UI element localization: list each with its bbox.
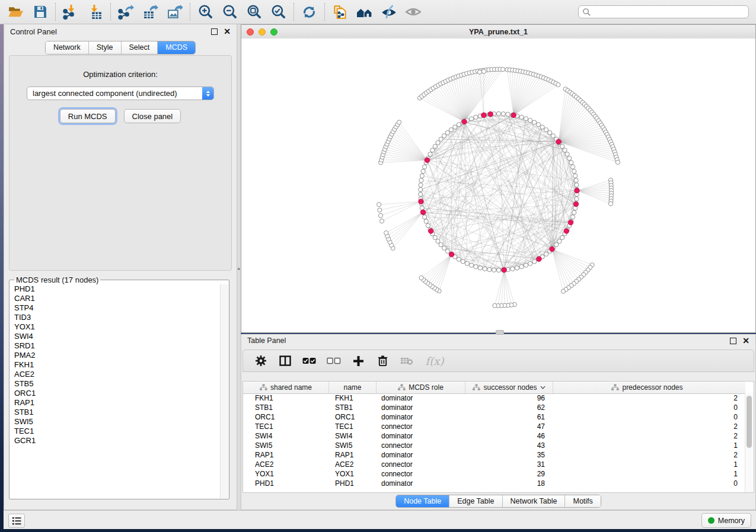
result-node-item[interactable]: PHD1 [10, 284, 221, 294]
close-panel-icon[interactable]: ✕ [224, 28, 231, 35]
network-node[interactable] [474, 115, 478, 119]
network-node[interactable] [453, 125, 457, 129]
network-node[interactable] [436, 140, 440, 145]
search-box[interactable] [578, 5, 749, 18]
deselect-all-columns-button[interactable] [327, 354, 341, 368]
network-graph[interactable] [241, 39, 755, 331]
column-header-MCDS-role[interactable]: MCDS role [377, 382, 465, 393]
table-row[interactable]: YOX1YOX1connector291 [243, 469, 745, 479]
result-node-item[interactable]: STB1 [10, 408, 221, 417]
network-hub-node[interactable] [537, 257, 541, 261]
function-builder-button[interactable]: f(x) [424, 354, 445, 368]
result-scrollbar[interactable] [220, 284, 228, 498]
mcds-result-list[interactable]: PHD1CAR1STP4TID3YOX1SWI4SRD1PMA2FKH1ACE2… [10, 284, 221, 498]
network-node[interactable] [540, 125, 544, 129]
network-node[interactable] [496, 111, 500, 116]
select-all-columns-button[interactable] [302, 354, 317, 368]
network-node[interactable] [433, 144, 437, 148]
network-node[interactable] [496, 268, 500, 272]
network-hub-node[interactable] [429, 229, 433, 233]
network-node[interactable] [433, 235, 437, 239]
network-node[interactable] [575, 183, 579, 187]
network-leaf-node[interactable] [561, 289, 565, 293]
result-node-item[interactable]: GCR1 [10, 436, 221, 446]
network-node[interactable] [532, 259, 537, 264]
network-hub-node[interactable] [564, 229, 569, 233]
result-node-item[interactable]: ACE2 [10, 370, 221, 379]
network-hub-node[interactable] [502, 268, 506, 273]
network-node[interactable] [424, 219, 428, 223]
network-leaf-node[interactable] [615, 160, 620, 164]
result-node-item[interactable]: RAP1 [10, 398, 221, 408]
network-node[interactable] [442, 134, 446, 138]
network-node[interactable] [428, 152, 432, 156]
network-leaf-node[interactable] [608, 201, 613, 206]
network-node[interactable] [560, 235, 564, 239]
network-node[interactable] [483, 267, 487, 271]
network-node[interactable] [422, 165, 426, 169]
network-node[interactable] [457, 123, 461, 127]
column-header-name[interactable]: name [329, 382, 377, 393]
network-node[interactable] [544, 252, 548, 256]
export-table-button[interactable] [138, 2, 162, 22]
network-node[interactable] [461, 259, 465, 264]
network-leaf-node[interactable] [384, 231, 388, 235]
network-hub-node[interactable] [575, 188, 579, 193]
network-node[interactable] [565, 152, 569, 156]
zoom-out-button[interactable] [218, 2, 242, 22]
network-node[interactable] [419, 192, 423, 196]
refresh-button[interactable] [297, 2, 321, 22]
network-hub-node[interactable] [556, 139, 561, 144]
network-node[interactable] [532, 120, 537, 124]
open-button[interactable] [4, 2, 28, 22]
network-node[interactable] [573, 174, 578, 178]
table-row[interactable]: SWI5SWI5connector431 [243, 441, 745, 450]
table-tab-edge-table[interactable]: Edge Table [449, 495, 502, 507]
network-node[interactable] [430, 148, 435, 152]
network-node[interactable] [537, 123, 541, 127]
network-leaf-node[interactable] [378, 208, 382, 212]
network-node[interactable] [567, 156, 572, 161]
network-hub-node[interactable] [462, 119, 467, 124]
zoom-in-button[interactable] [193, 2, 218, 22]
zoom-selected-button[interactable] [266, 2, 291, 22]
tab-mcds[interactable]: MCDS [157, 41, 195, 54]
network-node[interactable] [548, 130, 552, 134]
network-node[interactable] [419, 183, 423, 187]
network-node[interactable] [572, 210, 576, 214]
network-node[interactable] [474, 265, 478, 269]
network-node[interactable] [442, 246, 446, 250]
table-row[interactable]: STB1STB1dominator620 [243, 403, 745, 412]
table-scrollbar[interactable] [745, 393, 754, 492]
close-table-panel-icon[interactable]: ✕ [742, 338, 749, 344]
delete-table-button[interactable] [400, 354, 414, 368]
result-node-item[interactable]: TEC1 [10, 427, 221, 436]
table-tab-node-table[interactable]: Node Table [396, 495, 449, 507]
network-node[interactable] [519, 265, 524, 269]
network-node[interactable] [487, 268, 492, 272]
network-node[interactable] [445, 249, 449, 253]
tab-style[interactable]: Style [88, 41, 121, 54]
network-node[interactable] [575, 197, 579, 201]
table-row[interactable]: RAP1RAP1dominator352 [243, 450, 745, 460]
horizontal-splitter-handle[interactable] [496, 330, 504, 335]
network-node[interactable] [419, 188, 423, 192]
import-table-button[interactable] [83, 2, 107, 22]
optimization-dropdown[interactable]: largest connected component (undirected) [27, 86, 214, 100]
network-leaf-node[interactable] [477, 70, 481, 74]
tab-network[interactable]: Network [46, 41, 88, 54]
result-node-item[interactable]: CAR1 [10, 294, 221, 303]
export-network-button[interactable] [114, 2, 138, 22]
network-node[interactable] [557, 239, 562, 243]
run-mcds-button[interactable]: Run MCDS [60, 109, 116, 123]
network-leaf-node[interactable] [378, 213, 382, 217]
network-node[interactable] [469, 117, 473, 121]
table-row[interactable]: SWI4SWI4dominator462 [243, 431, 745, 441]
import-network-button[interactable] [59, 2, 83, 22]
network-leaf-node[interactable] [379, 219, 384, 223]
network-node[interactable] [570, 215, 575, 219]
network-node[interactable] [515, 266, 519, 270]
show-column-panel-button[interactable] [278, 354, 292, 368]
tab-select[interactable]: Select [121, 41, 158, 54]
hide-selected-button[interactable] [377, 2, 401, 22]
